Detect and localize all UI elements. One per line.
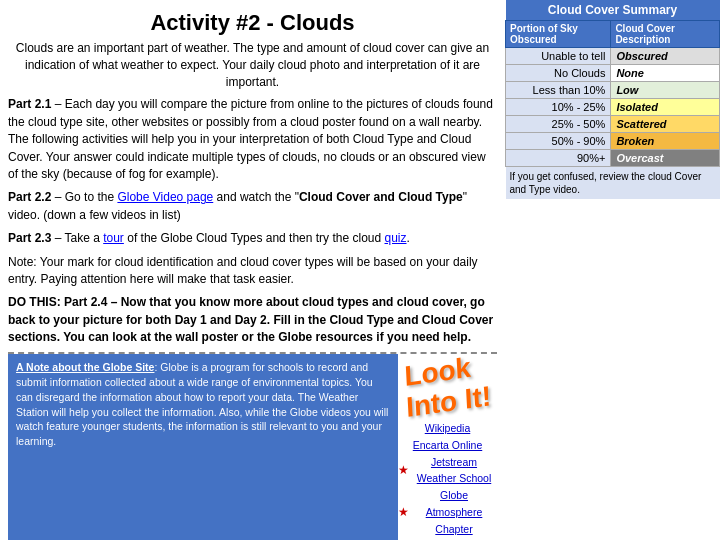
cloud-row: 90%+Overcast xyxy=(506,150,720,167)
p23-text2: of the Globe Cloud Types and then try th… xyxy=(124,231,385,245)
cloud-footnote: If you get confused, review the cloud Co… xyxy=(506,167,720,200)
cloud-row-description: Overcast xyxy=(611,150,720,167)
cloud-row-description: Scattered xyxy=(611,116,720,133)
globe-note: A Note about the Globe Site: Globe is a … xyxy=(8,354,398,540)
p21-lead: Part 2.1 xyxy=(8,97,51,111)
globe-note-text: : Globe is a program for schools to reco… xyxy=(16,361,388,446)
cloud-row: 50% - 90%Broken xyxy=(506,133,720,150)
look-into-it-panel: LookInto It! Wikipedia Encarta Online ★ … xyxy=(398,354,497,540)
cloud-row-portion: 25% - 50% xyxy=(506,116,611,133)
cloud-summary-table: Cloud Cover Summary Portion of Sky Obscu… xyxy=(505,0,720,199)
intro-text: Clouds are an important part of weather.… xyxy=(8,40,497,90)
jetstream-item: ★ Jetstream Weather School xyxy=(398,454,497,488)
page-title: Activity #2 - Clouds xyxy=(8,6,497,40)
p23-lead: Part 2.3 xyxy=(8,231,51,245)
cloud-row-description: Isolated xyxy=(611,99,720,116)
cloud-row: No CloudsNone xyxy=(506,65,720,82)
right-panel: Cloud Cover Summary Portion of Sky Obscu… xyxy=(505,0,720,540)
p22-text1: – Go to the xyxy=(51,190,117,204)
cloud-row: Less than 10%Low xyxy=(506,82,720,99)
cloud-summary-header: Cloud Cover Summary xyxy=(506,0,720,21)
cloud-row-portion: No Clouds xyxy=(506,65,611,82)
cloud-row-portion: 90%+ xyxy=(506,150,611,167)
jetstream-link[interactable]: Jetstream Weather School xyxy=(411,454,497,488)
globe-video-link[interactable]: Globe Video page xyxy=(117,190,213,204)
star-icon-1: ★ xyxy=(398,461,409,480)
cloud-row-portion: 10% - 25% xyxy=(506,99,611,116)
cloud-row-description: Broken xyxy=(611,133,720,150)
p22-text2: and watch the " xyxy=(213,190,299,204)
paragraph-22: Part 2.2 – Go to the Globe Video page an… xyxy=(8,189,497,224)
encarta-link[interactable]: Encarta Online xyxy=(398,437,497,454)
cloud-row: Unable to tellObscured xyxy=(506,48,720,65)
cloud-row-portion: Less than 10% xyxy=(506,82,611,99)
quiz-link[interactable]: quiz xyxy=(385,231,407,245)
bottom-section: A Note about the Globe Site: Globe is a … xyxy=(8,352,497,540)
paragraph-23: Part 2.3 – Take a tour of the Globe Clou… xyxy=(8,230,497,247)
links-list: Wikipedia Encarta Online ★ Jetstream Wea… xyxy=(398,420,497,540)
globe-note-title: A Note about the Globe Site xyxy=(16,361,154,373)
main-container: Activity #2 - Clouds Clouds are an impor… xyxy=(0,0,720,540)
cloud-row: 25% - 50%Scattered xyxy=(506,116,720,133)
tour-link[interactable]: tour xyxy=(103,231,124,245)
cloud-row-portion: Unable to tell xyxy=(506,48,611,65)
cloud-row-description: Low xyxy=(611,82,720,99)
left-content: Activity #2 - Clouds Clouds are an impor… xyxy=(0,0,505,540)
paragraph-21: Part 2.1 – Each day you will compare the… xyxy=(8,96,497,183)
p22-lead: Part 2.2 xyxy=(8,190,51,204)
cloud-row-description: None xyxy=(611,65,720,82)
p21-text: – Each day you will compare the picture … xyxy=(8,97,493,181)
look-into-it-text: LookInto It! xyxy=(404,350,492,424)
cloud-row: 10% - 25%Isolated xyxy=(506,99,720,116)
col1-header: Portion of Sky Obscured xyxy=(506,21,611,48)
cloud-row-portion: 50% - 90% xyxy=(506,133,611,150)
col2-header: Cloud Cover Description xyxy=(611,21,720,48)
p23-text3: . xyxy=(407,231,410,245)
p23-text1: – Take a xyxy=(51,231,103,245)
globe-chapter-item: ★ Globe Atmosphere Chapter xyxy=(398,487,497,537)
star-icon-2: ★ xyxy=(398,503,409,522)
do-this-text: DO THIS: Part 2.4 – Now that you know mo… xyxy=(8,294,497,346)
p22-bold: Cloud Cover and Cloud Type xyxy=(299,190,463,204)
cloud-row-description: Obscured xyxy=(611,48,720,65)
note-text: Note: Your mark for cloud identification… xyxy=(8,254,497,289)
globe-chapter-link[interactable]: Globe Atmosphere Chapter xyxy=(411,487,497,537)
